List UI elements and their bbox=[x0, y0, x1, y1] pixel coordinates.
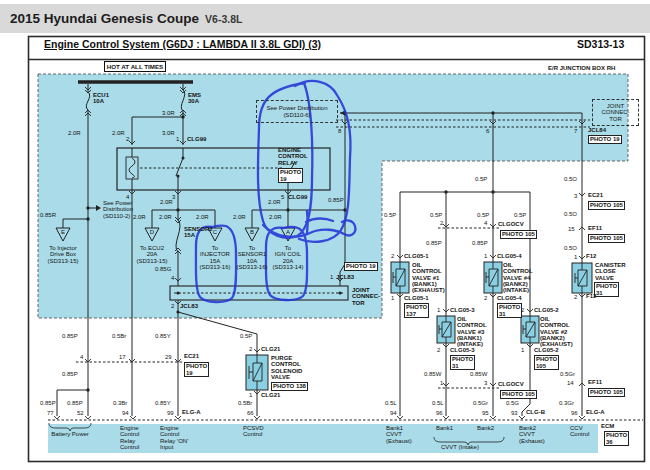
wiring-diagram-svg bbox=[0, 0, 650, 470]
app-header: 2015 Hyundai Genesis Coupe V6-3.8L bbox=[0, 4, 650, 33]
page: 2015 Hyundai Genesis Coupe V6-3.8L bbox=[0, 0, 650, 470]
vehicle-title: 2015 Hyundai Genesis Coupe bbox=[10, 11, 199, 26]
vehicle-trim: V6-3.8L bbox=[205, 13, 242, 25]
